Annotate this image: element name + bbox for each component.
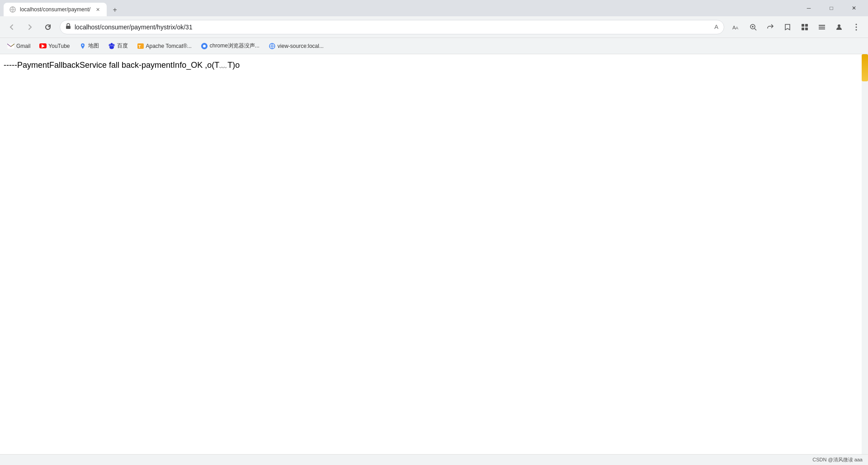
- bookmark-gmail-label: Gmail: [16, 43, 30, 49]
- status-text: CSDN @清风微读 aaa: [812, 456, 863, 463]
- svg-rect-12: [819, 25, 825, 26]
- svg-point-23: [110, 43, 113, 46]
- svg-point-28: [203, 45, 206, 47]
- bookmark-view-source-label: view-source:local...: [278, 43, 324, 49]
- minimize-button[interactable]: ─: [798, 1, 819, 15]
- bookmark-chrome-label: chrome浏览器没声...: [210, 42, 259, 50]
- page-main-text: -----PaymentFallbackService fall back-pa…: [4, 60, 864, 70]
- bookmark-maps[interactable]: 地图: [75, 40, 103, 52]
- chrome-settings-icon: [201, 42, 208, 50]
- tab-strip: localhost/consumer/payment/ ✕ +: [4, 0, 797, 16]
- svg-rect-9: [805, 24, 808, 27]
- svg-point-24: [109, 46, 114, 49]
- more-button[interactable]: [848, 19, 864, 35]
- new-tab-button[interactable]: +: [108, 4, 121, 16]
- scrollbar-track[interactable]: [862, 54, 868, 454]
- svg-rect-1: [66, 26, 71, 29]
- svg-rect-19: [7, 43, 14, 49]
- svg-rect-14: [819, 28, 825, 29]
- bookmark-tomcat[interactable]: T Apache Tomcat®...: [133, 41, 195, 52]
- svg-rect-8: [802, 24, 804, 27]
- scrollbar-thumb[interactable]: [862, 54, 868, 81]
- bookmark-gmail[interactable]: Gmail: [4, 41, 34, 52]
- share-button[interactable]: [762, 19, 778, 35]
- refresh-button[interactable]: [40, 19, 56, 35]
- svg-point-17: [856, 26, 857, 28]
- tab-close-button[interactable]: ✕: [94, 6, 101, 13]
- bookmark-maps-label: 地图: [88, 42, 99, 50]
- svg-point-15: [838, 24, 840, 27]
- bookmark-view-source[interactable]: view-source:local...: [265, 41, 327, 52]
- baidu-icon: [108, 42, 115, 50]
- page-content: -----PaymentFallbackService fall back-pa…: [0, 54, 868, 454]
- chrome-menu-button[interactable]: [814, 19, 830, 35]
- tomcat-icon: T: [137, 42, 144, 50]
- svg-point-20: [82, 44, 83, 46]
- profile-button[interactable]: [831, 19, 847, 35]
- nav-bar: localhost/consumer/payment/hystrix/ok/31…: [0, 16, 868, 38]
- bookmark-tomcat-label: Apache Tomcat®...: [146, 43, 192, 49]
- gmail-icon: [7, 42, 14, 50]
- tab-title: localhost/consumer/payment/: [20, 6, 90, 13]
- status-bar: CSDN @清风微读 aaa: [0, 454, 868, 465]
- extensions-button[interactable]: [797, 19, 813, 35]
- yt-logo: [39, 43, 47, 48]
- title-bar: localhost/consumer/payment/ ✕ + ─ □ ✕: [0, 0, 868, 16]
- svg-rect-11: [805, 28, 808, 30]
- active-tab[interactable]: localhost/consumer/payment/ ✕: [4, 3, 107, 16]
- svg-rect-13: [819, 27, 825, 28]
- translate-button[interactable]: A A: [728, 19, 744, 35]
- bookmark-baidu-label: 百度: [117, 42, 128, 50]
- window-controls: ─ □ ✕: [798, 1, 864, 15]
- zoom-button[interactable]: [745, 19, 761, 35]
- bookmarks-bar: Gmail YouTube 地图 百度: [0, 38, 868, 54]
- security-icon: [66, 23, 71, 31]
- bookmark-button[interactable]: [779, 19, 796, 35]
- svg-point-18: [856, 29, 857, 30]
- svg-text:T: T: [138, 44, 141, 49]
- bookmark-youtube-label: YouTube: [48, 43, 70, 49]
- back-button[interactable]: [4, 19, 20, 35]
- yt-play-icon: [42, 44, 45, 48]
- svg-text:A: A: [736, 26, 738, 30]
- translate-icon: A: [714, 23, 718, 30]
- maps-icon: [79, 42, 86, 50]
- svg-rect-10: [802, 28, 804, 30]
- maximize-button[interactable]: □: [821, 1, 842, 15]
- url-text: localhost/consumer/payment/hystrix/ok/31: [75, 23, 711, 31]
- tab-favicon: [9, 6, 16, 13]
- svg-line-5: [755, 28, 756, 30]
- view-source-icon: [269, 42, 276, 50]
- svg-point-16: [856, 23, 857, 25]
- youtube-icon: [39, 42, 47, 50]
- bookmark-chrome-settings[interactable]: chrome浏览器没声...: [197, 40, 263, 52]
- nav-actions: A A: [728, 19, 864, 35]
- close-button[interactable]: ✕: [844, 1, 864, 15]
- bookmark-baidu[interactable]: 百度: [104, 40, 132, 52]
- address-bar[interactable]: localhost/consumer/payment/hystrix/ok/31…: [60, 20, 724, 34]
- bookmark-youtube[interactable]: YouTube: [36, 41, 73, 52]
- forward-button[interactable]: [22, 19, 38, 35]
